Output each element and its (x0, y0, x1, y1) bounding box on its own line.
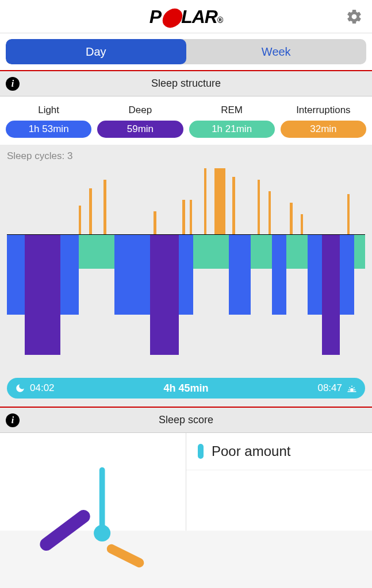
chart-bar-int (204, 168, 206, 234)
legend-rem-pill: 1h 21min (189, 121, 275, 138)
sleep-score-gauge (0, 433, 186, 531)
chart-bar-int (269, 191, 271, 234)
chart-bar-light (340, 234, 354, 315)
sleep-start: 04:02 (15, 382, 55, 394)
sleep-end-value: 08:47 (317, 382, 342, 394)
chart-bar-deep (322, 234, 340, 355)
legend-deep-label: Deep (129, 105, 152, 116)
legend-row: Light 1h 53min Deep 59min REM 1h 21min I… (0, 96, 372, 145)
sleep-score-body: Poor amount (0, 433, 372, 531)
info-icon[interactable]: i (6, 77, 20, 91)
chart-bar-int (214, 168, 225, 234)
sleep-start-value: 04:02 (30, 382, 55, 394)
chart-bar-deep (25, 234, 60, 355)
chart-midline (7, 234, 365, 235)
chart-bar-int (103, 180, 106, 234)
sleep-score-list: Poor amount (186, 433, 372, 531)
chart-bar-rem (251, 234, 272, 269)
chart-bar-int (79, 206, 81, 234)
sleep-chart-area: Sleep cycles: 3 04:02 4h 45min 08:47 (0, 145, 372, 407)
score-item-label: Poor amount (212, 443, 290, 459)
tab-wrap: Day Week (6, 39, 366, 64)
tab-day[interactable]: Day (6, 39, 186, 64)
svg-point-0 (350, 388, 354, 392)
legend-deep: Deep 59min (97, 105, 183, 138)
section-title-score: Sleep score (159, 414, 213, 426)
legend-rem: REM 1h 21min (189, 105, 275, 138)
chart-bar-int (182, 200, 185, 234)
moon-icon (15, 383, 25, 393)
sleep-cycles-label: Sleep cycles: 3 (7, 150, 365, 162)
chart-bar-int (290, 203, 292, 234)
chart-bar-int (89, 188, 91, 234)
chart-bar-light (60, 234, 78, 315)
section-title-structure: Sleep structure (151, 78, 221, 90)
legend-light-pill: 1h 53min (6, 121, 91, 138)
settings-gear-icon[interactable] (346, 8, 363, 25)
chart-bar-int (347, 194, 350, 234)
chart-bar-rem (286, 234, 308, 269)
legend-int-pill: 32min (281, 121, 366, 138)
score-indicator-icon (198, 444, 204, 459)
sunrise-icon (347, 383, 357, 393)
chart-bar-light (179, 234, 193, 315)
svg-line-7 (47, 516, 84, 544)
chart-bar-light (7, 234, 25, 315)
sleep-duration: 4h 45min (163, 382, 208, 394)
chart-bar-int (190, 200, 192, 234)
chart-bar-light (229, 234, 250, 315)
chart-bar-light (272, 234, 286, 315)
chart-bar-deep (172, 234, 179, 355)
brand-logo: P⬤LAR® (149, 6, 223, 28)
chart-bar-int (154, 211, 156, 234)
section-header-score: i Sleep score (0, 408, 372, 433)
score-item-amount[interactable]: Poor amount (186, 433, 372, 470)
sleep-hypnogram-chart (7, 165, 365, 366)
svg-line-8 (112, 549, 139, 563)
tab-week[interactable]: Week (186, 39, 367, 64)
chart-bar-int (301, 214, 303, 234)
chart-bar-rem (354, 234, 365, 269)
chart-bar-rem (79, 234, 114, 269)
svg-line-4 (350, 388, 351, 389)
info-icon[interactable]: i (6, 413, 20, 427)
gauge-icon (0, 433, 186, 588)
legend-light-label: Light (38, 105, 59, 116)
svg-point-10 (94, 525, 110, 541)
chart-bar-deep (150, 234, 171, 355)
legend-deep-pill: 59min (97, 121, 183, 138)
sleep-end: 08:47 (317, 382, 357, 394)
chart-bar-rem (193, 234, 229, 269)
section-header-structure: i Sleep structure (0, 71, 372, 96)
chart-bar-int (258, 180, 260, 234)
chart-bar-light (114, 234, 150, 315)
sleep-time-bar: 04:02 4h 45min 08:47 (7, 378, 365, 399)
chart-bar-int (232, 177, 235, 234)
svg-line-5 (354, 388, 355, 389)
legend-light: Light 1h 53min (6, 105, 91, 138)
chart-bar-light (308, 234, 322, 315)
legend-int-label: Interruptions (296, 105, 351, 116)
legend-interruptions: Interruptions 32min (281, 105, 366, 138)
tab-bar: Day Week (0, 33, 372, 71)
app-header: P⬤LAR® (0, 0, 372, 33)
legend-rem-label: REM (221, 105, 243, 116)
